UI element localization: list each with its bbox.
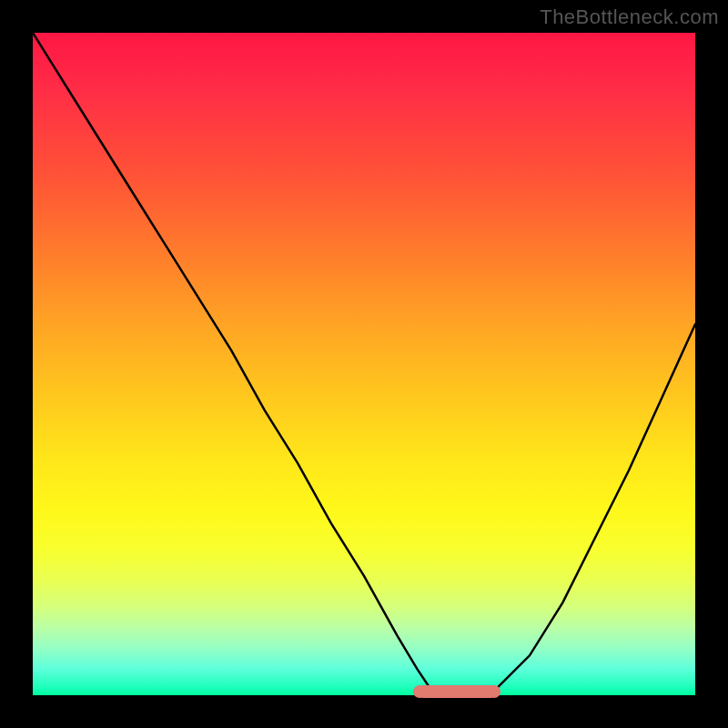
plot-area: [33, 33, 695, 695]
bottleneck-curve: [33, 33, 695, 695]
chart-container: TheBottleneck.com: [0, 0, 728, 728]
marker-cap-right: [488, 685, 500, 698]
optimal-range-marker: [417, 685, 496, 698]
marker-cap-left: [413, 685, 426, 698]
watermark-text: TheBottleneck.com: [540, 5, 719, 29]
